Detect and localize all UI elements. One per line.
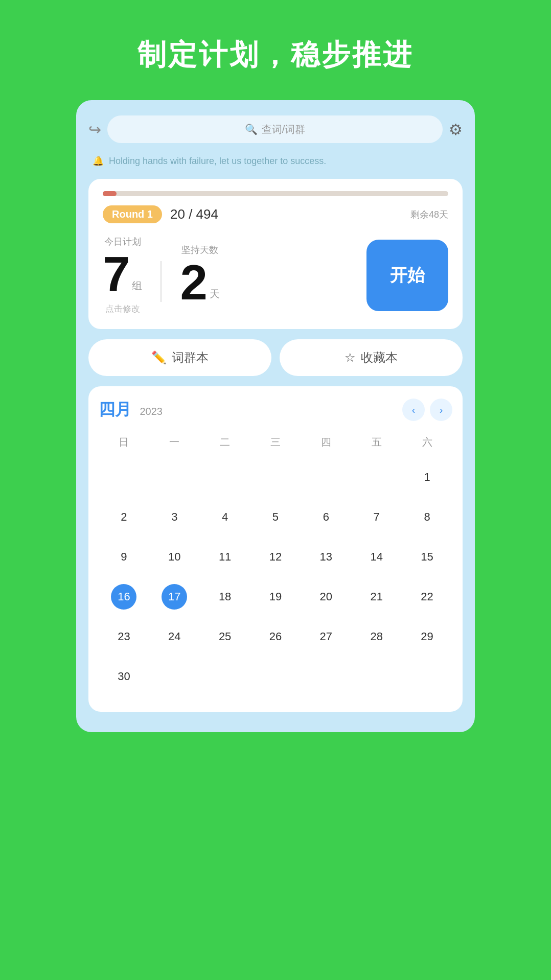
day-cell[interactable]: 14 [351, 537, 402, 577]
day-cell[interactable]: 11 [200, 537, 250, 577]
day-cell[interactable]: 23 [99, 617, 149, 657]
day-cell-empty [149, 457, 200, 497]
page-title: 制定计划，稳步推进 [117, 0, 434, 100]
calendar-year: 2023 [140, 406, 163, 417]
next-month-button[interactable]: › [430, 399, 452, 421]
day-cell[interactable]: 7 [351, 497, 402, 537]
prev-month-button[interactable]: ‹ [402, 399, 425, 421]
day-cell[interactable]: 30 [99, 657, 149, 696]
streak-block: 坚持天数 2 天 [180, 244, 219, 307]
app-container: ↪ 🔍 查词/词群 ⚙ 🔔 Holding hands with failure… [76, 100, 475, 732]
search-bar[interactable]: 🔍 查词/词群 [107, 115, 443, 143]
today-plan-value: 7 [103, 250, 130, 299]
search-icon: 🔍 [245, 123, 258, 135]
day-cell[interactable]: 10 [149, 537, 200, 577]
weekday-label: 一 [149, 431, 200, 453]
today-plan-block: 今日计划 7 组 点击修改 [103, 236, 142, 315]
progress-bar-fill [103, 191, 117, 196]
bell-icon: 🔔 [93, 155, 104, 167]
day-cell-empty [301, 457, 351, 497]
notification-text: Holding hands with failure, let us toget… [109, 156, 326, 167]
study-card: Round 1 20 / 494 剩余48天 今日计划 7 组 点击修改 坚持天… [88, 179, 463, 329]
action-buttons: ✏️ 词群本 ☆ 收藏本 [88, 339, 463, 376]
day-cell[interactable]: 22 [402, 577, 452, 617]
start-button[interactable]: 开始 [366, 240, 448, 311]
day-cell[interactable]: 2 [99, 497, 149, 537]
calendar-weekdays: 日一二三四五六 [99, 431, 452, 453]
progress-text: 20 / 494 [170, 206, 218, 222]
day-cell[interactable]: 24 [149, 617, 200, 657]
day-cell[interactable]: 26 [250, 617, 301, 657]
day-cell-empty [250, 457, 301, 497]
calendar-days: 1234567891011121314151617181920212223242… [99, 457, 452, 696]
stat-divider [160, 261, 162, 302]
today-plan-label: 今日计划 [104, 236, 141, 248]
day-cell[interactable]: 15 [402, 537, 452, 577]
day-cell[interactable]: 18 [200, 577, 250, 617]
round-badge: Round 1 [103, 205, 162, 223]
weekday-label: 三 [250, 431, 301, 453]
day-cell-empty [351, 457, 402, 497]
streak-unit: 天 [210, 287, 220, 301]
calendar-nav: ‹ › [402, 399, 452, 421]
progress-bar-container [103, 191, 448, 196]
weekday-label: 二 [200, 431, 250, 453]
weekday-label: 五 [351, 431, 402, 453]
weekday-label: 六 [402, 431, 452, 453]
card-stats: 今日计划 7 组 点击修改 坚持天数 2 天 开始 [103, 236, 448, 315]
today-plan-unit: 组 [132, 279, 142, 293]
favorites-button[interactable]: ☆ 收藏本 [280, 339, 463, 376]
day-cell[interactable]: 4 [200, 497, 250, 537]
notification-bar: 🔔 Holding hands with failure, let us tog… [88, 153, 463, 169]
modify-text[interactable]: 点击修改 [105, 303, 140, 315]
vocabulary-label: 词群本 [172, 349, 209, 366]
day-cell[interactable]: 25 [200, 617, 250, 657]
day-cell[interactable]: 27 [301, 617, 351, 657]
day-cell[interactable]: 17 [149, 577, 200, 617]
weekday-label: 四 [301, 431, 351, 453]
day-cell[interactable]: 29 [402, 617, 452, 657]
day-cell[interactable]: 5 [250, 497, 301, 537]
day-cell[interactable]: 6 [301, 497, 351, 537]
day-cell[interactable]: 1 [402, 457, 452, 497]
vocabulary-icon: ✏️ [151, 351, 167, 365]
day-cell-empty [99, 457, 149, 497]
calendar-header: 四月 2023 ‹ › [99, 399, 452, 421]
star-icon: ☆ [345, 351, 356, 365]
day-cell[interactable]: 28 [351, 617, 402, 657]
day-cell[interactable]: 12 [250, 537, 301, 577]
day-cell[interactable]: 13 [301, 537, 351, 577]
day-cell[interactable]: 3 [149, 497, 200, 537]
share-icon[interactable]: ↪ [88, 121, 101, 138]
day-cell[interactable]: 16 [99, 577, 149, 617]
day-cell-empty [200, 457, 250, 497]
calendar: 四月 2023 ‹ › 日一二三四五六 12345678910111213141… [88, 386, 463, 712]
header: ↪ 🔍 查词/词群 ⚙ [88, 115, 463, 143]
vocabulary-button[interactable]: ✏️ 词群本 [88, 339, 271, 376]
gear-icon[interactable]: ⚙ [449, 121, 463, 138]
day-cell[interactable]: 9 [99, 537, 149, 577]
day-cell[interactable]: 19 [250, 577, 301, 617]
card-header: Round 1 20 / 494 剩余48天 [103, 205, 448, 223]
day-cell[interactable]: 21 [351, 577, 402, 617]
day-cell[interactable]: 8 [402, 497, 452, 537]
calendar-title: 四月 2023 [99, 399, 163, 421]
favorites-label: 收藏本 [361, 349, 398, 366]
day-cell[interactable]: 20 [301, 577, 351, 617]
weekday-label: 日 [99, 431, 149, 453]
calendar-month: 四月 [99, 400, 131, 418]
streak-value: 2 [180, 258, 207, 307]
search-placeholder: 查词/词群 [262, 123, 306, 136]
streak-label: 坚持天数 [181, 244, 218, 256]
remaining-text: 剩余48天 [410, 208, 448, 221]
